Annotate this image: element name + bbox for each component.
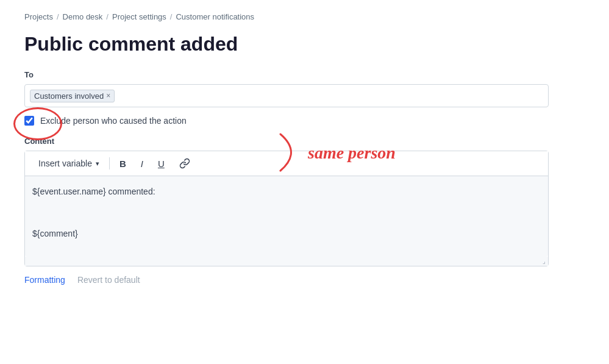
editor-line-1: ${event.user.name} commented:	[32, 185, 541, 198]
exclude-person-label: Exclude person who caused the action	[40, 116, 187, 126]
tag-remove-button[interactable]: ×	[106, 92, 110, 99]
breadcrumb-project-settings[interactable]: Project settings	[112, 12, 166, 21]
exclude-person-checkbox[interactable]	[24, 116, 34, 126]
insert-variable-button[interactable]: Insert variable ▾	[31, 155, 107, 171]
revert-to-default-button[interactable]: Revert to default	[77, 275, 140, 285]
formatting-button[interactable]: Formatting	[24, 275, 65, 285]
breadcrumb-sep-2: /	[106, 12, 109, 21]
exclude-person-row: Exclude person who caused the action	[24, 116, 585, 126]
tag-text: Customers involved	[34, 91, 104, 101]
link-icon	[179, 158, 190, 169]
editor-toolbar: Insert variable ▾ B I U	[25, 151, 548, 176]
breadcrumb-demo-desk[interactable]: Demo desk	[63, 12, 103, 21]
customers-involved-tag: Customers involved ×	[30, 90, 115, 102]
editor-line-3: ${comment}	[32, 227, 541, 240]
editor-container: Insert variable ▾ B I U ${event.user.nam…	[24, 151, 549, 266]
italic-button[interactable]: I	[134, 155, 151, 172]
breadcrumb-sep-3: /	[170, 12, 173, 21]
breadcrumb-current: Customer notifications	[176, 12, 254, 21]
page-title: Public comment added	[24, 32, 585, 55]
resize-icon: ⌟	[543, 258, 546, 265]
editor-body[interactable]: ${event.user.name} commented: ${comment}	[25, 176, 548, 256]
editor-resize-handle[interactable]: ⌟	[25, 257, 548, 266]
insert-variable-label: Insert variable	[38, 159, 92, 168]
to-field[interactable]: Customers involved ×	[24, 84, 549, 107]
underline-button[interactable]: U	[151, 155, 172, 172]
chevron-down-icon: ▾	[96, 160, 99, 168]
link-button[interactable]	[172, 155, 198, 172]
breadcrumb-sep-1: /	[57, 12, 59, 21]
to-label: To	[24, 70, 585, 79]
bold-button[interactable]: B	[112, 155, 134, 172]
bottom-actions: Formatting Revert to default	[24, 275, 585, 285]
breadcrumb-projects[interactable]: Projects	[24, 12, 53, 21]
editor-line-2	[32, 206, 541, 219]
toolbar-divider-1	[109, 157, 110, 170]
breadcrumb: Projects / Demo desk / Project settings …	[24, 12, 585, 21]
content-label: Content	[24, 137, 585, 146]
